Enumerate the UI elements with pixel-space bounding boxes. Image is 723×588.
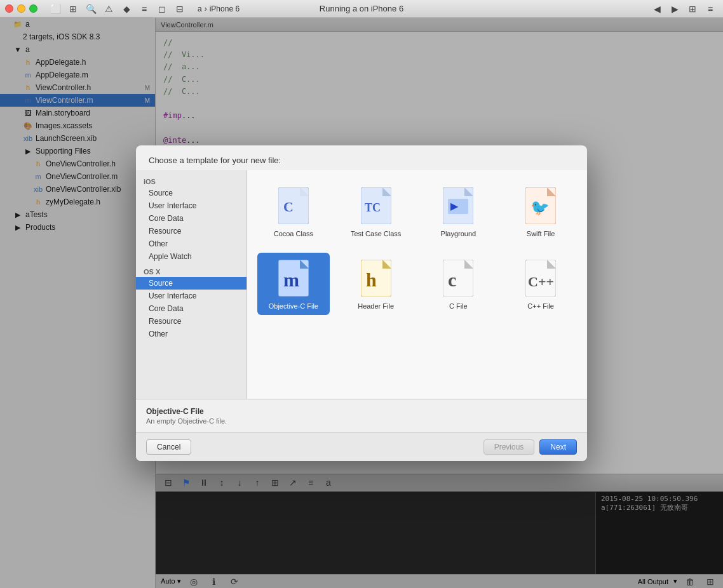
cfile-label: C File [449, 302, 468, 310]
nav-back-icon[interactable]: ◀ [649, 2, 665, 16]
modal-nav-osx-other[interactable]: Other [136, 328, 247, 340]
breakpoint-icon[interactable]: ◆ [119, 2, 134, 16]
maximize-button[interactable] [29, 4, 37, 13]
file-item-cocoa[interactable]: C Cocoa Class [257, 180, 330, 243]
header-label: Header File [358, 302, 394, 310]
cpp-icon: C++ [520, 258, 561, 298]
description-text: An empty Objective-C file. [146, 417, 577, 425]
svg-text:C: C [283, 199, 294, 215]
svg-text:m: m [283, 269, 299, 290]
modal-nav-osx-ui[interactable]: User Interface [136, 290, 247, 302]
header-icon: h [356, 258, 396, 298]
file-grid: C Cocoa Class TC [257, 180, 577, 315]
environment-icon[interactable]: ≡ [137, 2, 152, 16]
file-item-testcase[interactable]: TC Test Case Class [340, 180, 412, 243]
playground-icon: ▶ [438, 185, 478, 226]
minimize-button[interactable] [17, 4, 25, 13]
svg-text:C++: C++ [528, 274, 554, 290]
breadcrumb: a › iPhone 6 [198, 4, 240, 13]
objc-label: Objective-C File [269, 302, 318, 310]
device-name: iPhone 6 [210, 4, 240, 13]
modal-body: iOS Source User Interface Core Data Reso… [136, 170, 587, 399]
svg-text:c: c [448, 269, 456, 290]
modal-header: Choose a template for your new file: [136, 145, 587, 170]
modal-description: Objective-C File An empty Objective-C fi… [136, 399, 587, 432]
cocoa-icon: C [273, 185, 314, 226]
sidebar-toggle-icon[interactable]: ⬜ [48, 2, 63, 16]
modal-sidebar: iOS Source User Interface Core Data Reso… [136, 170, 247, 399]
layout-icon[interactable]: ⊞ [685, 2, 700, 16]
swift-label: Swift File [527, 230, 555, 237]
modal-nav-osx-coredata[interactable]: Core Data [136, 302, 247, 315]
file-item-cpp[interactable]: C++ C++ File [504, 253, 577, 315]
action-buttons: Previous Next [483, 439, 577, 455]
editor-view-icon[interactable]: ⊟ [172, 2, 187, 16]
osx-group: OS X Source User Interface Core Data Res… [136, 265, 247, 340]
modal-nav-ios-applewatch[interactable]: Apple Watch [136, 250, 247, 263]
testcase-label: Test Case Class [351, 230, 401, 237]
file-item-cfile[interactable]: c C File [422, 253, 495, 315]
window-title: Running a on iPhone 6 [320, 4, 403, 13]
warning-icon[interactable]: ⚠ [101, 2, 116, 16]
file-item-header[interactable]: h Header File [340, 253, 412, 315]
svg-text:TC: TC [365, 201, 381, 214]
svg-text:🐦: 🐦 [530, 198, 550, 217]
modal-nav-ios-resource[interactable]: Resource [136, 225, 247, 237]
file-item-playground[interactable]: ▶ Playground [422, 180, 495, 243]
modal-content: C Cocoa Class TC [247, 170, 587, 399]
swift-icon: 🐦 [520, 185, 561, 226]
cocoa-label: Cocoa Class [274, 230, 313, 237]
svg-text:h: h [366, 269, 377, 290]
testcase-icon: TC [356, 185, 396, 226]
cpp-label: C++ File [527, 302, 554, 310]
description-title: Objective-C File [146, 407, 577, 416]
svg-text:▶: ▶ [450, 201, 459, 211]
inspector-icon[interactable]: ≡ [703, 2, 718, 16]
title-bar: ⬜ ⊞ 🔍 ⚠ ◆ ≡ ◻ ⊟ a › iPhone 6 Running a o… [0, 0, 723, 18]
file-item-swift[interactable]: 🐦 Swift File [504, 180, 577, 243]
toolbar-icons: ⬜ ⊞ 🔍 ⚠ ◆ ≡ ◻ ⊟ [48, 2, 187, 16]
nav-forward-icon[interactable]: ▶ [667, 2, 682, 16]
playground-label: Playground [441, 230, 476, 237]
modal-nav-ios-other[interactable]: Other [136, 237, 247, 250]
scheme-icon[interactable]: ⊞ [65, 2, 81, 16]
project-name: a [198, 4, 202, 13]
right-toolbar: ◀ ▶ ⊞ ≡ [649, 2, 718, 16]
vcs-icon[interactable]: ◻ [154, 2, 170, 16]
modal-nav-ios-coredata[interactable]: Core Data [136, 212, 247, 225]
osx-label: OS X [136, 265, 247, 277]
modal-nav-ios-source[interactable]: Source [136, 187, 247, 199]
modal-nav-osx-resource[interactable]: Resource [136, 315, 247, 328]
close-button[interactable] [5, 4, 13, 13]
modal-nav-ios-ui[interactable]: User Interface [136, 199, 247, 212]
cancel-button[interactable]: Cancel [146, 439, 191, 455]
new-file-modal: Choose a template for your new file: iOS… [136, 145, 587, 461]
previous-button[interactable]: Previous [483, 439, 535, 455]
cfile-icon: c [438, 258, 478, 298]
ios-label: iOS [136, 175, 247, 187]
modal-overlay: Choose a template for your new file: iOS… [0, 18, 723, 588]
search-icon[interactable]: 🔍 [83, 2, 98, 16]
modal-footer: Cancel Previous Next [136, 432, 587, 461]
modal-nav-osx-source[interactable]: Source [136, 277, 247, 290]
objc-icon: m [273, 258, 314, 298]
traffic-lights [5, 4, 37, 13]
next-button[interactable]: Next [539, 439, 577, 455]
ios-group: iOS Source User Interface Core Data Reso… [136, 175, 247, 263]
file-item-objc[interactable]: m Objective-C File [257, 253, 330, 315]
